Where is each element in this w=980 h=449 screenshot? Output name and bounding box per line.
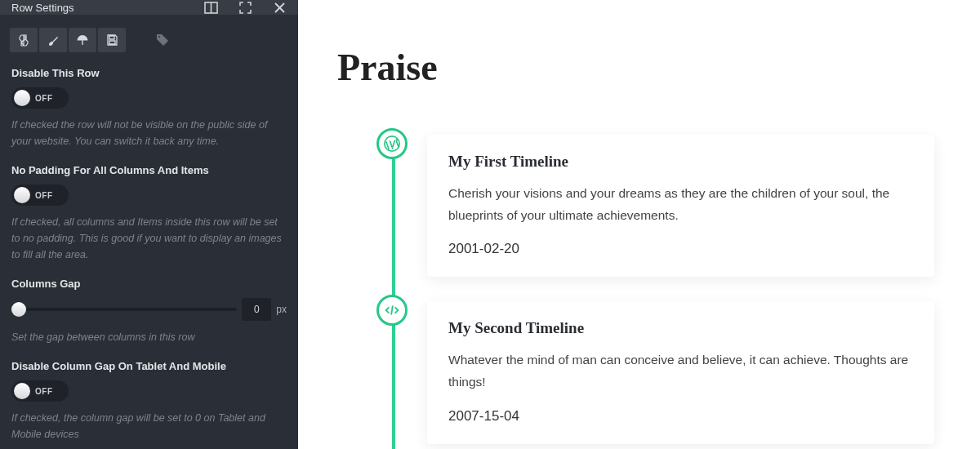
tab-tag[interactable]: [149, 28, 176, 52]
section-title: Disable Column Gap On Tablet And Mobile: [11, 360, 287, 372]
slider-thumb[interactable]: [11, 302, 26, 317]
timeline-title: My First Timeline: [448, 153, 913, 171]
tab-design[interactable]: [39, 28, 67, 52]
toggle-knob: [14, 187, 30, 203]
toggle-knob: [14, 383, 30, 399]
section-columns-gap: Columns Gap 0 px Set the gap between col…: [0, 278, 298, 360]
columns-gap-slider[interactable]: [11, 301, 237, 318]
settings-panel: Row Settings: [0, 0, 298, 449]
section-title: No Padding For All Columns And Items: [11, 164, 287, 176]
tab-advanced[interactable]: [69, 28, 96, 52]
timeline-card[interactable]: My First Timeline Cherish your visions a…: [427, 135, 934, 277]
page-title: Praise: [337, 46, 934, 89]
tab-general[interactable]: [10, 28, 38, 52]
timeline-date: 2001-02-20: [448, 241, 913, 257]
section-disable-gap-mobile: Disable Column Gap On Tablet And Mobile …: [0, 360, 298, 449]
panel-header: Row Settings: [0, 0, 298, 15]
content-area: Praise My First Timeline Cherish your vi…: [298, 0, 980, 449]
timeline-spine: [392, 135, 395, 449]
code-icon: [376, 295, 408, 326]
timeline-body: Cherish your visions and your dreams as …: [448, 182, 913, 226]
columns-icon[interactable]: [203, 0, 218, 15]
section-title: Columns Gap: [11, 278, 287, 290]
expand-icon[interactable]: [238, 0, 252, 15]
toggle-knob: [14, 90, 30, 106]
columns-gap-unit: px: [276, 304, 287, 315]
timeline: My First Timeline Cherish your visions a…: [337, 135, 934, 444]
panel-title: Row Settings: [11, 2, 74, 14]
section-no-padding: No Padding For All Columns And Items OFF…: [0, 164, 298, 278]
wordpress-icon: [376, 128, 408, 159]
section-help: If checked the row will not be visible o…: [11, 117, 287, 149]
tab-save[interactable]: [98, 28, 126, 52]
timeline-item: My Second Timeline Whatever the mind of …: [427, 301, 934, 443]
section-help: If checked, all columns and Items inside…: [11, 214, 287, 263]
timeline-body: Whatever the mind of man can conceive an…: [448, 349, 913, 393]
svg-rect-4: [82, 40, 82, 45]
toggle-label: OFF: [35, 387, 53, 396]
timeline-title: My Second Timeline: [448, 319, 913, 337]
close-icon[interactable]: [272, 0, 287, 15]
section-disable-row: Disable This Row OFF If checked the row …: [0, 67, 298, 164]
timeline-item: My First Timeline Cherish your visions a…: [427, 135, 934, 277]
timeline-card[interactable]: My Second Timeline Whatever the mind of …: [427, 301, 934, 443]
section-title: Disable This Row: [11, 67, 287, 79]
columns-gap-value[interactable]: 0: [242, 298, 271, 321]
section-help: If checked, the column gap will be set t…: [11, 410, 287, 442]
toggle-label: OFF: [35, 94, 53, 103]
timeline-date: 2007-15-04: [448, 408, 913, 425]
toggle-disable-gap-mobile[interactable]: OFF: [11, 380, 69, 402]
tab-toolbar: [10, 28, 298, 52]
toggle-disable-row[interactable]: OFF: [11, 87, 69, 109]
toggle-label: OFF: [35, 191, 53, 200]
section-help: Set the gap between columns in this row: [11, 329, 287, 345]
toggle-no-padding[interactable]: OFF: [11, 184, 69, 206]
slider-track: [11, 308, 237, 311]
